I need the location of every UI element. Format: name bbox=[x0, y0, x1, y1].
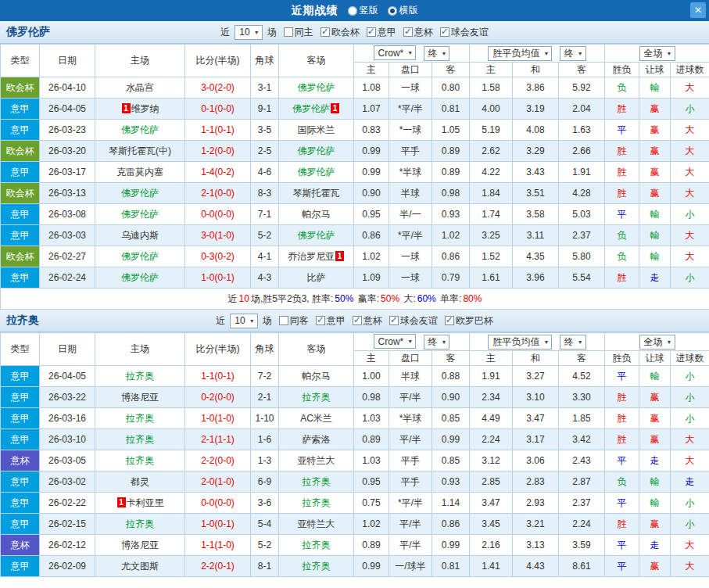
match-row: 意甲26-03-02都灵2-0(1-0)6-9拉齐奥0.95平手0.932.85… bbox=[1, 471, 709, 493]
odds-average-select[interactable]: 胜平负均值▼ bbox=[488, 46, 552, 61]
competition-badge: 意甲 bbox=[1, 493, 40, 514]
handicap-line: 平/半 bbox=[389, 387, 432, 408]
match-date: 26-03-08 bbox=[40, 204, 95, 225]
odds-away: 5.54 bbox=[559, 267, 605, 289]
scope-select[interactable]: 全场▼ bbox=[639, 46, 675, 61]
result-goals: 大 bbox=[671, 450, 709, 471]
result-wdl: 平 bbox=[605, 120, 639, 141]
checkbox-icon bbox=[284, 27, 293, 37]
home-team: 佛罗伦萨 bbox=[95, 204, 185, 225]
corner-score: 4-6 bbox=[251, 162, 279, 183]
home-team: 乌迪内斯 bbox=[95, 225, 185, 246]
handicap-time-select[interactable]: 终▼ bbox=[424, 335, 450, 350]
team-name: 佛罗伦萨 bbox=[298, 167, 335, 177]
result-handicap: 走 bbox=[639, 267, 671, 289]
result-wdl: 胜 bbox=[605, 387, 639, 408]
odds-draw: 3.27 bbox=[513, 366, 559, 387]
ah-home-odds: 0.98 bbox=[354, 387, 389, 408]
odds-home: 1.61 bbox=[470, 267, 513, 289]
handicap-line: 平/半 bbox=[389, 535, 432, 556]
ah-away-odds: 0.88 bbox=[432, 366, 470, 387]
odds-average-value: 胜平负均值 bbox=[492, 335, 539, 349]
corner-score: 4-1 bbox=[251, 246, 279, 267]
handicap-line: 半/一 bbox=[389, 204, 432, 225]
odds-time-select[interactable]: 终▼ bbox=[560, 335, 586, 350]
corner-score: 5-2 bbox=[251, 535, 279, 556]
odds-source-select[interactable]: Crow*▼ bbox=[374, 334, 417, 349]
filter-checkbox-4[interactable]: 球会友谊 bbox=[440, 26, 489, 39]
near-label: 近 bbox=[220, 26, 230, 39]
col-header-handicap: 盘口 bbox=[389, 351, 432, 366]
competition-badge: 意杯 bbox=[1, 450, 40, 471]
checkbox-label: 意甲 bbox=[378, 26, 396, 39]
filter-checkbox-4[interactable]: 欧罗巴杯 bbox=[445, 314, 493, 328]
odds-draw: 3.17 bbox=[513, 429, 559, 450]
layout-radio-horizontal[interactable]: 横版 bbox=[388, 4, 418, 17]
result-handicap: 赢 bbox=[639, 556, 671, 577]
checkbox-label: 同主 bbox=[295, 26, 313, 39]
match-date: 26-02-15 bbox=[40, 514, 95, 535]
col-header-odds-draw: 和 bbox=[513, 351, 559, 366]
home-team: 尤文图斯 bbox=[95, 556, 185, 577]
checkbox-icon bbox=[367, 27, 376, 37]
checkbox-label: 欧会杯 bbox=[331, 26, 360, 39]
score: 1-4(0-2) bbox=[185, 162, 251, 183]
scope-select[interactable]: 全场▼ bbox=[639, 335, 675, 350]
recent-count-select[interactable]: 10▼ bbox=[230, 314, 257, 328]
away-team: 拉齐奥 bbox=[279, 493, 354, 514]
odds-draw: 3.86 bbox=[513, 77, 559, 99]
ah-home-odds: 0.99 bbox=[354, 162, 389, 183]
close-button[interactable]: ✕ bbox=[690, 2, 706, 18]
odds-draw: 2.83 bbox=[513, 471, 559, 493]
team-name: 乌迪内斯 bbox=[121, 230, 159, 241]
home-team: 佛罗伦萨 bbox=[95, 246, 185, 267]
corner-score: 3-5 bbox=[251, 120, 279, 141]
score: 0-0(0-0) bbox=[185, 204, 251, 225]
filter-checkbox-1[interactable]: 欧会杯 bbox=[320, 26, 360, 39]
ah-away-odds: 0.81 bbox=[432, 556, 470, 577]
team-name: 琴斯托霍瓦(中) bbox=[109, 145, 171, 156]
filter-checkbox-2[interactable]: 意杯 bbox=[353, 314, 382, 328]
result-goals: 小 bbox=[671, 267, 709, 289]
recent-count-select[interactable]: 10▼ bbox=[235, 25, 262, 40]
odds-away: 5.92 bbox=[559, 77, 605, 99]
odds-time-select[interactable]: 终▼ bbox=[560, 46, 586, 61]
col-header-odds-away: 客 bbox=[559, 63, 605, 77]
result-handicap: 輸 bbox=[639, 204, 671, 225]
odds-away: 2.37 bbox=[559, 225, 605, 246]
filter-checkbox-1[interactable]: 意甲 bbox=[316, 314, 346, 328]
competition-badge: 意甲 bbox=[1, 267, 40, 289]
team-name: 佛罗伦萨 bbox=[121, 209, 159, 220]
layout-radio-vertical[interactable]: 竖版 bbox=[348, 4, 378, 17]
checkbox-icon bbox=[316, 316, 325, 325]
team-name: 佛罗伦萨 bbox=[121, 272, 159, 283]
odds-source-select[interactable]: Crow*▼ bbox=[374, 45, 417, 60]
col-header-home: 主场 bbox=[95, 333, 185, 366]
competition-badge: 意甲 bbox=[1, 99, 40, 120]
away-team: 帕尔马 bbox=[279, 204, 354, 225]
col-header-handicap: 盘口 bbox=[389, 63, 432, 77]
filter-checkbox-0[interactable]: 同主 bbox=[284, 26, 313, 39]
odds-home: 1.74 bbox=[470, 204, 513, 225]
handicap-time-select[interactable]: 终▼ bbox=[424, 46, 450, 61]
result-handicap: 輸 bbox=[639, 493, 671, 514]
team-name: 佛罗伦萨 bbox=[298, 82, 335, 93]
competition-badge: 意甲 bbox=[1, 366, 40, 387]
result-goals: 大 bbox=[671, 429, 709, 450]
odds-draw: 3.58 bbox=[513, 204, 559, 225]
result-wdl: 胜 bbox=[605, 141, 639, 162]
result-handicap: 輸 bbox=[639, 77, 671, 99]
filter-checkbox-0[interactable]: 同客 bbox=[279, 314, 309, 328]
result-goals: 小 bbox=[671, 99, 709, 120]
result-handicap: 赢 bbox=[639, 99, 671, 120]
result-wdl: 平 bbox=[605, 204, 639, 225]
filter-checkbox-3[interactable]: 球会友谊 bbox=[389, 314, 438, 328]
col-header-score: 比分(半场) bbox=[185, 333, 251, 366]
competition-badge: 意甲 bbox=[1, 429, 40, 450]
filter-checkbox-3[interactable]: 意杯 bbox=[403, 26, 433, 39]
odds-average-select[interactable]: 胜平负均值▼ bbox=[488, 335, 552, 350]
odds-draw: 3.19 bbox=[513, 99, 559, 120]
chevron-down-icon: ▼ bbox=[667, 51, 672, 56]
filter-checkbox-2[interactable]: 意甲 bbox=[367, 26, 396, 39]
ah-away-odds: 0.85 bbox=[432, 450, 470, 471]
